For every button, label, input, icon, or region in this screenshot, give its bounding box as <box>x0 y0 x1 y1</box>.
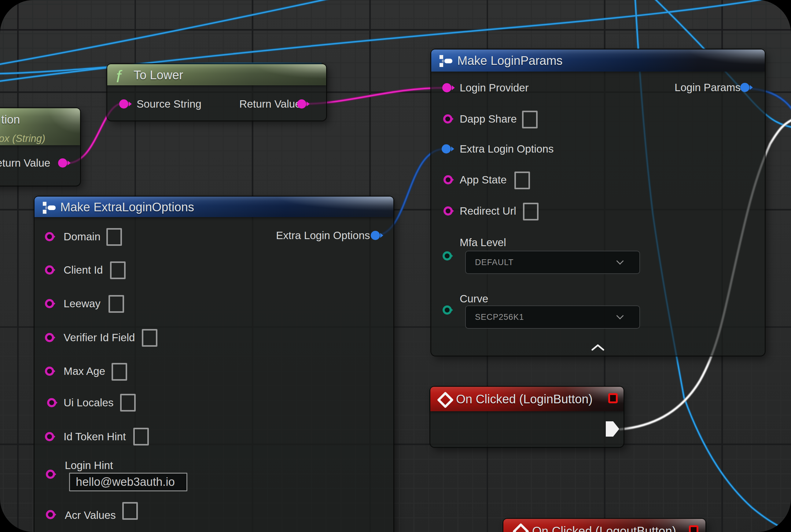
svg-text:f: f <box>116 67 122 86</box>
